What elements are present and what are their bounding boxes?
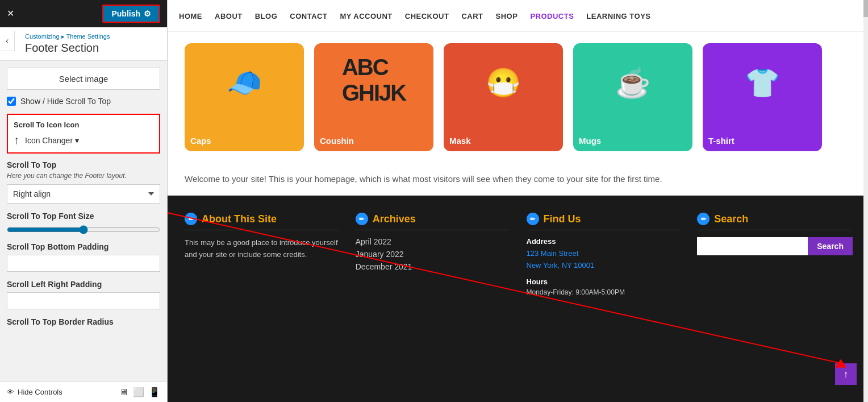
arrow-up-symbol: ↑: [14, 134, 19, 147]
scrollbar[interactable]: [863, 0, 868, 402]
nav-link-cart[interactable]: CART: [461, 12, 483, 20]
panel-body: Select image Show / Hide Scroll To Top S…: [0, 61, 167, 382]
nav-link-contact[interactable]: CONTACT: [290, 12, 327, 20]
nav-item-about[interactable]: ABOUT: [215, 11, 243, 21]
nav-link-blog[interactable]: BLOG: [255, 12, 278, 20]
archives-title-text: Archives: [373, 213, 416, 225]
mobile-view-button[interactable]: 📱: [149, 387, 160, 397]
nav-item-cart[interactable]: CART: [461, 11, 483, 21]
font-size-slider[interactable]: [7, 225, 160, 234]
hide-controls-label: Hide Controls: [18, 388, 62, 396]
address-line1-text: 123 Main Street: [527, 249, 579, 258]
select-image-button[interactable]: Select image: [7, 68, 160, 90]
search-input[interactable]: [697, 237, 808, 255]
icon-changer-select[interactable]: Icon Changer ▾: [25, 136, 79, 145]
nav-link-about[interactable]: ABOUT: [215, 12, 243, 20]
panel-footer: 👁 Hide Controls 🖥 ⬜ 📱: [0, 382, 167, 402]
desktop-view-button[interactable]: 🖥: [119, 387, 128, 397]
archive-link-december[interactable]: December 2021: [356, 262, 510, 271]
mugs-label: Mugs: [579, 136, 601, 146]
footer-search-title: ✏ Search: [697, 213, 851, 230]
product-section: 🧢 Caps ABCGHIJK Coushin 😷 Mask ☕ Mugs 👕 …: [168, 32, 868, 163]
archive-link-january[interactable]: January 2022: [356, 250, 510, 259]
nav-link-products[interactable]: PRODUCTS: [530, 12, 574, 20]
search-title-text: Search: [714, 213, 748, 225]
nav-item-blog[interactable]: BLOG: [255, 11, 278, 21]
welcome-text-area: Welcome to your site! This is your homep…: [168, 163, 868, 196]
scroll-to-top-label: Scroll To Top: [7, 160, 160, 169]
scroll-to-top-button[interactable]: ↑: [835, 363, 857, 385]
nav-link-learning-toys[interactable]: LEARNING TOYS: [586, 12, 650, 20]
close-button[interactable]: ✕: [7, 9, 14, 18]
show-hide-checkbox[interactable]: [7, 97, 16, 106]
about-edit-icon[interactable]: ✏: [185, 213, 197, 225]
font-size-slider-row: [7, 225, 160, 234]
product-card-mask[interactable]: 😷 Mask: [444, 43, 563, 151]
panel-header: ✕ Publish ⚙: [0, 0, 167, 27]
coushin-icon: ABCGHIJK: [345, 49, 402, 111]
about-text: This may be a good place to introduce yo…: [185, 237, 339, 261]
customizer-panel: ✕ Publish ⚙ ‹ Customizing ▸ Theme Settin…: [0, 0, 168, 402]
border-radius-label: Scroll To Top Border Radius: [7, 317, 160, 326]
archive-link-april[interactable]: April 2022: [356, 237, 510, 246]
product-card-tshirt[interactable]: 👕 T-shirt: [703, 43, 822, 151]
back-button[interactable]: ‹: [0, 31, 15, 51]
nav-item-contact[interactable]: CONTACT: [290, 11, 327, 21]
footer-findus-title: ✏ Find Us: [527, 213, 681, 230]
scrollbar-thumb[interactable]: [863, 0, 868, 17]
footer-about-title: ✏ About This Site: [185, 213, 339, 230]
footer-archives-title: ✏ Archives: [356, 213, 510, 230]
icon-changer-row: ↑ Icon Changer ▾: [14, 134, 153, 147]
search-widget: Search: [697, 237, 851, 255]
search-button[interactable]: Search: [808, 237, 853, 255]
nav-link-checkout[interactable]: CHECKOUT: [405, 12, 449, 20]
lr-padding-label: Scroll Left Right Padding: [7, 280, 160, 289]
nav-link-myaccount[interactable]: MY ACCOUNT: [340, 12, 392, 20]
footer-col-findus: ✏ Find Us Address 123 Main Street New Yo…: [527, 213, 681, 391]
address-line1: 123 Main Street New York, NY 10001: [527, 248, 681, 272]
nav-item-learning-toys[interactable]: LEARNING TOYS: [586, 11, 650, 21]
footer-col-archives: ✏ Archives April 2022 January 2022 Decem…: [356, 213, 510, 391]
product-card-mugs[interactable]: ☕ Mugs: [573, 43, 692, 151]
right-align-dropdown[interactable]: Right align Left align Center align: [7, 184, 160, 204]
site-navigation: HOME ABOUT BLOG CONTACT MY ACCOUNT CHECK…: [168, 0, 868, 32]
show-hide-row: Show / Hide Scroll To Top: [7, 97, 160, 106]
chevron-down-icon: ▾: [75, 136, 79, 145]
nav-item-products[interactable]: PRODUCTS: [530, 11, 574, 21]
address-label: Address: [527, 237, 681, 246]
coushin-label: Coushin: [320, 136, 354, 146]
search-edit-icon[interactable]: ✏: [697, 213, 710, 225]
scroll-icon-label: Scroll To Icon Icon: [14, 121, 153, 129]
nav-item-myaccount[interactable]: MY ACCOUNT: [340, 11, 392, 21]
nav-item-home[interactable]: HOME: [179, 11, 202, 21]
product-card-coushin[interactable]: ABCGHIJK Coushin: [314, 43, 433, 151]
caps-label: Caps: [190, 136, 211, 146]
nav-item-shop[interactable]: SHOP: [496, 11, 518, 21]
nav-item-checkout[interactable]: CHECKOUT: [405, 11, 449, 21]
footer-col-about: ✏ About This Site This may be a good pla…: [185, 213, 339, 391]
nav-link-shop[interactable]: SHOP: [496, 12, 518, 20]
tablet-view-button[interactable]: ⬜: [133, 387, 144, 397]
view-icons: 🖥 ⬜ 📱: [119, 387, 160, 397]
breadcrumb: Customizing ▸ Theme Settings: [25, 33, 159, 40]
bottom-padding-label: Scroll Top Bottom Padding: [7, 242, 160, 251]
findus-title-text: Find Us: [544, 213, 581, 225]
breadcrumb-area: Customizing ▸ Theme Settings Footer Sect…: [0, 27, 167, 61]
findus-edit-icon[interactable]: ✏: [527, 213, 539, 225]
footer-layout-hint: Here you can change the Footer layout.: [7, 172, 160, 180]
gear-icon: ⚙: [144, 9, 151, 18]
publish-button[interactable]: Publish ⚙: [102, 5, 160, 23]
eye-icon: 👁: [7, 388, 14, 396]
lr-padding-input[interactable]: [7, 292, 160, 309]
archives-edit-icon[interactable]: ✏: [356, 213, 368, 225]
site-footer: ✏ About This Site This may be a good pla…: [168, 196, 868, 402]
hours-text: Monday-Friday: 9:00AM-5:00PM: [527, 288, 681, 296]
search-row: Search: [697, 237, 851, 255]
hide-controls-button[interactable]: 👁 Hide Controls: [7, 388, 62, 396]
bottom-padding-input[interactable]: [7, 255, 160, 272]
hours-label: Hours: [527, 277, 681, 286]
product-card-caps[interactable]: 🧢 Caps: [185, 43, 304, 151]
nav-link-home[interactable]: HOME: [179, 12, 202, 20]
section-title: Footer Section: [25, 42, 159, 55]
caps-icon: 🧢: [216, 52, 273, 114]
